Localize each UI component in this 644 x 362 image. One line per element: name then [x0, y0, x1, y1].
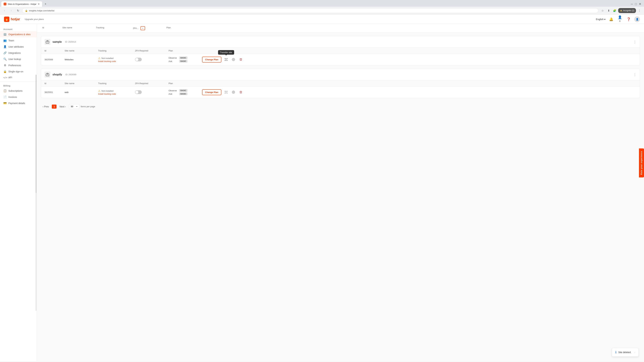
language-selector[interactable]: English ▾	[596, 18, 606, 21]
reload-button[interactable]: ↻	[16, 8, 20, 13]
sidebar-item-user-lookup[interactable]: 🔍 User lookup	[0, 56, 37, 62]
rate-experience-tab[interactable]: Rate your experience	[639, 148, 644, 177]
toast-notification: ℹ Site deleted. ›	[612, 348, 639, 357]
site-table-header-sample: Id Site name Tracking 2FA Required Plan	[41, 48, 640, 54]
sidebar-item-single-sign-on[interactable]: 🔒 Single sign-on	[0, 68, 37, 75]
col-header-tracking: Tracking	[94, 26, 132, 31]
site-table-header-shopify: Id Site name Tracking 2FA Required Plan	[41, 80, 640, 86]
maximize-button[interactable]: □	[635, 2, 637, 6]
site-name-0: Websites	[64, 58, 98, 61]
sidebar-label-single-sign-on: Single sign-on	[8, 70, 23, 73]
active-tab[interactable]: H Sites & Organizations - Hotjar ✕	[1, 1, 42, 7]
sidebar-item-payment-details[interactable]: 💳 Payment details	[0, 100, 37, 106]
browser-nav: ‹ › ↻ 🔒 insights.hotjar.com/site/list ☆ …	[0, 7, 644, 14]
address-bar[interactable]: 🔒 insights.hotjar.com/site/list	[22, 8, 598, 13]
2fa-toggle-0[interactable]	[135, 58, 142, 61]
org-menu-button-shopify[interactable]: ⋮	[633, 72, 636, 77]
plan-cell-s0: Observe BASIC Ask BASIC	[168, 89, 202, 95]
per-page-select[interactable]: 10 20 30 50 100	[69, 104, 79, 109]
upgrade-link[interactable]: Upgrade your plans	[25, 18, 44, 20]
tracking-cell-0: ⚠ Not installed Install tracking code	[98, 57, 135, 62]
sidebar-item-invoices[interactable]: 📄 Invoices	[0, 94, 37, 100]
single-sign-on-icon: 🔒	[3, 70, 7, 73]
add-user-button[interactable]: 👤+	[617, 16, 623, 22]
tab-favicon: H	[4, 3, 6, 5]
sidebar-label-organizations-sites: Organizations & sites	[8, 33, 30, 36]
user-lookup-icon: 🔍	[3, 57, 7, 61]
delete-button-s0[interactable]	[238, 89, 244, 95]
site-col-name: Site name	[64, 49, 98, 52]
close-window-button[interactable]: ✕	[639, 2, 641, 6]
next-button[interactable]: Next ›	[58, 104, 68, 109]
tracking-cell-s0: ⚠ Not installed Install tracking code	[98, 89, 135, 95]
header-actions: English ▾ 🔔 👤+ ❓ 👤	[596, 16, 640, 22]
site-row-0: 3825568 Websites ⚠ Not installed Install…	[41, 54, 640, 65]
2fa-toggle-s0[interactable]	[135, 90, 142, 94]
app-header: 🔥 hotjar Upgrade your plans English ▾ 🔔 …	[0, 14, 644, 24]
items-per-page-label: Items per page	[81, 105, 95, 108]
sidebar-label-integrations: Integrations	[8, 52, 21, 54]
svg-rect-3	[46, 74, 49, 76]
organizations-icon: 🏢	[3, 33, 7, 36]
preferences-icon: ⚙	[3, 64, 7, 67]
chevron-down-icon: ▾	[604, 18, 606, 21]
site-col-tracking: Tracking	[98, 49, 135, 52]
tab-close-button[interactable]: ✕	[38, 3, 40, 5]
forward-button[interactable]: ›	[9, 8, 14, 13]
menu-button[interactable]: ⋮	[637, 8, 642, 13]
transfer-site-button-s0[interactable]	[224, 89, 229, 95]
settings-button-0[interactable]	[231, 57, 236, 62]
org-header-shopify: shopify ID: 2929389 ⋮	[41, 69, 640, 80]
sidebar-item-subscriptions[interactable]: 📋 Subscriptions	[0, 88, 37, 94]
org-name-sample: sample	[52, 40, 62, 43]
site-col-plan-s: Plan	[168, 82, 202, 85]
sidebar-item-preferences[interactable]: ⚙ Preferences	[0, 62, 37, 68]
plan-observe-badge-s0: BASIC	[179, 89, 188, 92]
change-plan-button-s0[interactable]: Change Plan	[202, 89, 221, 95]
org-icon-shopify	[44, 71, 50, 78]
transfer-site-button-0[interactable]	[224, 57, 229, 62]
pagination: ‹ Prev 1 Next › 10 20 30 50 100 Items pe…	[37, 101, 644, 112]
sidebar-item-api[interactable]: </> API	[0, 75, 37, 80]
api-icon: </>	[3, 76, 7, 79]
back-button[interactable]: ‹	[2, 8, 7, 13]
actions-cell-s0: Change Plan	[202, 89, 636, 95]
browser-tabs: H Sites & Organizations - Hotjar ✕ + ─ □…	[0, 0, 644, 7]
org-name-shopify: shopify	[52, 73, 62, 76]
logo-icon: 🔥	[4, 16, 10, 22]
transfer-tooltip-0: Transfer site	[218, 50, 234, 55]
install-tracking-link-s0[interactable]: Install tracking code	[98, 93, 116, 95]
user-avatar[interactable]: 👤	[634, 16, 640, 22]
notifications-button[interactable]: 🔔	[608, 16, 614, 22]
current-page[interactable]: 1	[52, 105, 56, 109]
new-tab-button[interactable]: +	[43, 1, 48, 7]
add-2fa-button[interactable]: +	[140, 26, 145, 30]
settings-button-s0[interactable]	[231, 89, 236, 95]
org-menu-button-sample[interactable]: ⋮	[633, 40, 636, 44]
extensions-button[interactable]: 🧩	[612, 8, 617, 13]
toast-message: Site deleted.	[618, 351, 631, 354]
delete-button-0[interactable]	[238, 57, 244, 62]
account-section-label: Account	[0, 27, 37, 31]
site-row-shopify-0: 3825551 web ⚠ Not installed Install trac…	[41, 86, 640, 98]
bookmark-button[interactable]: ☆	[600, 8, 605, 13]
sidebar-item-integrations[interactable]: 🔗 Integrations	[0, 50, 37, 56]
prev-button[interactable]: ‹ Prev	[41, 104, 50, 109]
site-col-2fa: 2FA Required	[135, 49, 168, 52]
svg-point-2	[233, 59, 234, 60]
help-button[interactable]: ❓	[626, 16, 632, 22]
site-id-s0: 3825551	[44, 91, 64, 93]
sidebar-label-user-lookup: User lookup	[8, 58, 21, 60]
minimize-button[interactable]: ─	[631, 2, 633, 6]
billing-section-label: Billing	[0, 83, 37, 88]
app-container: 🔥 hotjar Upgrade your plans English ▾ 🔔 …	[0, 14, 644, 362]
change-plan-button-0[interactable]: Change Plan	[202, 57, 221, 62]
download-button[interactable]: ⬇	[606, 8, 611, 13]
plan-observe-label-s0: Observe	[168, 89, 178, 92]
url-text: insights.hotjar.com/site/list	[29, 9, 54, 12]
install-tracking-link-0[interactable]: Install tracking code	[98, 60, 116, 62]
sidebar-label-api: API	[8, 76, 12, 79]
sidebar-item-team[interactable]: 👥 Team	[0, 37, 37, 43]
sidebar-item-organizations-sites[interactable]: 🏢 Organizations & sites	[0, 31, 37, 37]
sidebar-item-user-attributes[interactable]: 👤 User attributes	[0, 43, 37, 50]
